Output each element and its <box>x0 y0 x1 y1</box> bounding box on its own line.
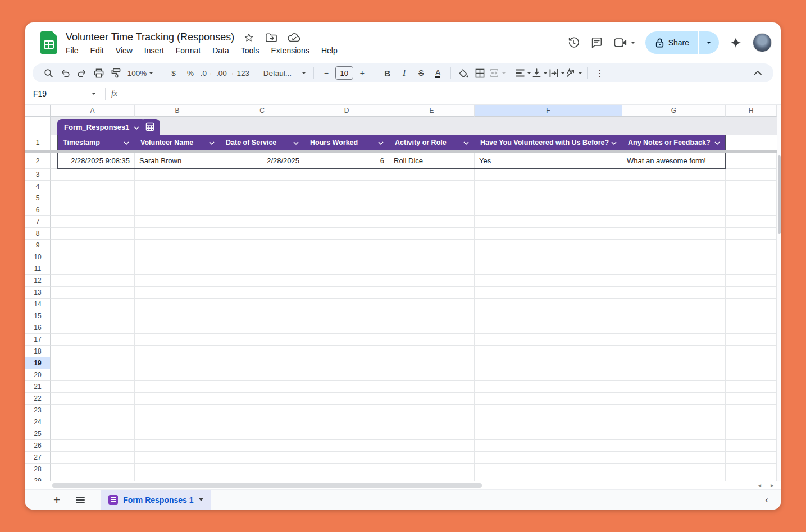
share-button[interactable]: Share <box>645 31 719 54</box>
cell-G17[interactable] <box>622 334 726 346</box>
cell-E10[interactable] <box>389 251 475 263</box>
row-header-5[interactable]: 5 <box>25 192 51 204</box>
text-wrap-button[interactable] <box>549 65 565 81</box>
undo-icon[interactable] <box>57 65 73 81</box>
cell-F25[interactable] <box>475 428 622 440</box>
cell-F10[interactable] <box>475 251 622 263</box>
cell-F17[interactable] <box>475 334 622 346</box>
cell-A12[interactable] <box>51 275 135 287</box>
cell-A6[interactable] <box>51 204 135 216</box>
cell-G20[interactable] <box>622 369 726 381</box>
cell-C23[interactable] <box>220 405 304 416</box>
cell-F23[interactable] <box>475 405 622 416</box>
cell-C9[interactable] <box>220 240 304 251</box>
search-icon[interactable] <box>40 65 56 81</box>
name-box[interactable]: F19 <box>33 89 99 98</box>
row-header-12[interactable]: 12 <box>25 275 51 287</box>
cell-H18[interactable] <box>726 346 777 357</box>
row-header-17[interactable]: 17 <box>25 334 51 346</box>
cell-G25[interactable] <box>622 428 726 440</box>
cell-B11[interactable] <box>135 263 220 275</box>
cell-B29[interactable] <box>135 475 220 481</box>
row-header-2[interactable]: 2 <box>25 153 51 169</box>
cell-D15[interactable] <box>304 310 389 322</box>
cell-A17[interactable] <box>51 334 135 346</box>
column-filter-chevron[interactable] <box>611 139 617 146</box>
cell-H15[interactable] <box>726 310 777 322</box>
vertical-align-button[interactable] <box>532 65 548 81</box>
column-header-D[interactable]: D <box>304 105 389 117</box>
row-header-4[interactable]: 4 <box>25 181 51 192</box>
cell-E15[interactable] <box>389 310 475 322</box>
cell-G9[interactable] <box>622 240 726 251</box>
cell-A15[interactable] <box>51 310 135 322</box>
row-header-21[interactable]: 21 <box>25 381 51 393</box>
cell-C8[interactable] <box>220 228 304 240</box>
cell-D6[interactable] <box>304 204 389 216</box>
cell-A25[interactable] <box>51 428 135 440</box>
cell-D14[interactable] <box>304 299 389 310</box>
move-to-folder-icon[interactable] <box>265 31 278 44</box>
cell-A16[interactable] <box>51 322 135 334</box>
cell-B26[interactable] <box>135 440 220 452</box>
cell-A18[interactable] <box>51 346 135 357</box>
cell-G19[interactable] <box>622 357 726 369</box>
cell-F18[interactable] <box>475 346 622 357</box>
cell-A3[interactable] <box>51 169 135 181</box>
row-header-13[interactable]: 13 <box>25 287 51 299</box>
menu-file[interactable]: File <box>66 46 79 55</box>
cell-H6[interactable] <box>726 204 777 216</box>
scroll-right-arrow[interactable]: ▸ <box>771 481 773 489</box>
menu-extensions[interactable]: Extensions <box>271 46 309 55</box>
cell-H22[interactable] <box>726 393 777 405</box>
cloud-saved-icon[interactable] <box>287 31 300 44</box>
row-header-16[interactable]: 16 <box>25 322 51 334</box>
cell-B22[interactable] <box>135 393 220 405</box>
cell-C29[interactable] <box>220 475 304 481</box>
column-header-C[interactable]: C <box>220 105 304 117</box>
borders-button[interactable] <box>472 65 488 81</box>
cell-E25[interactable] <box>389 428 475 440</box>
format-percent-button[interactable]: % <box>183 65 198 81</box>
cell-E27[interactable] <box>389 452 475 464</box>
cell-C15[interactable] <box>220 310 304 322</box>
cell-H16[interactable] <box>726 322 777 334</box>
cell-D12[interactable] <box>304 275 389 287</box>
column-filter-chevron[interactable] <box>463 139 469 146</box>
cell-H27[interactable] <box>726 452 777 464</box>
menu-edit[interactable]: Edit <box>90 46 104 55</box>
cell-F7[interactable] <box>475 216 622 228</box>
cell-C19[interactable] <box>220 357 304 369</box>
cell-E6[interactable] <box>389 204 475 216</box>
table-header-A[interactable]: Timestamp <box>57 135 135 150</box>
cell-E26[interactable] <box>389 440 475 452</box>
cell-H8[interactable] <box>726 228 777 240</box>
row-header-8[interactable]: 8 <box>25 228 51 240</box>
cell-F12[interactable] <box>475 275 622 287</box>
cell-E17[interactable] <box>389 334 475 346</box>
cell-H17[interactable] <box>726 334 777 346</box>
print-icon[interactable] <box>91 65 107 81</box>
cell-F6[interactable] <box>475 204 622 216</box>
cell-F4[interactable] <box>475 181 622 192</box>
cell-A7[interactable] <box>51 216 135 228</box>
cell-H19[interactable] <box>726 357 777 369</box>
column-filter-chevron[interactable] <box>378 139 384 146</box>
column-filter-chevron[interactable] <box>714 139 720 146</box>
cell-F11[interactable] <box>475 263 622 275</box>
cell-D25[interactable] <box>304 428 389 440</box>
cell-E11[interactable] <box>389 263 475 275</box>
menu-insert[interactable]: Insert <box>144 46 164 55</box>
cell-H12[interactable] <box>726 275 777 287</box>
text-rotation-button[interactable] <box>566 65 582 81</box>
italic-button[interactable]: I <box>397 65 412 81</box>
cell-B12[interactable] <box>135 275 220 287</box>
table-header-B[interactable]: Volunteer Name <box>135 135 220 150</box>
menu-data[interactable]: Data <box>212 46 229 55</box>
table-header-C[interactable]: Date of Service <box>220 135 304 150</box>
row-header-3[interactable]: 3 <box>25 169 51 181</box>
cell-G18[interactable] <box>622 346 726 357</box>
row-header-9[interactable]: 9 <box>25 240 51 251</box>
cell-D7[interactable] <box>304 216 389 228</box>
cell-G22[interactable] <box>622 393 726 405</box>
